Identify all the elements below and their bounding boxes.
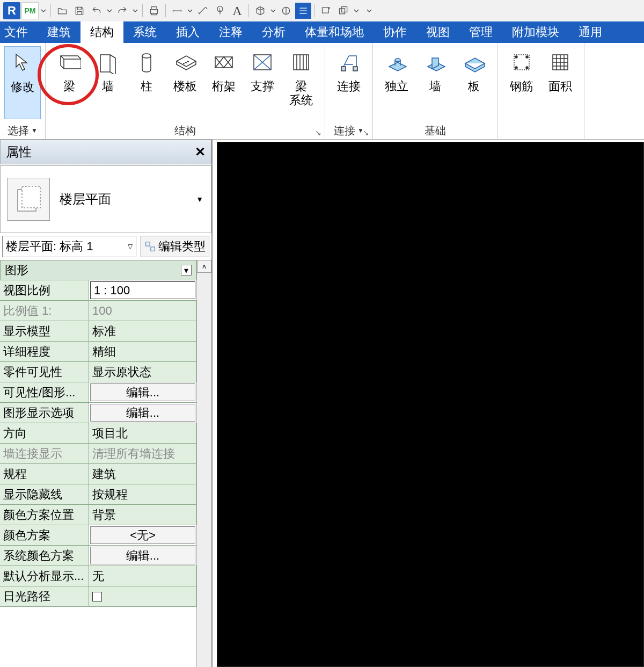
chevron-down-icon[interactable]: [269, 3, 277, 19]
chevron-down-icon[interactable]: [106, 3, 113, 19]
property-edit-button[interactable]: 编辑...: [90, 404, 195, 422]
dialog-launcher-icon[interactable]: ↘: [315, 128, 321, 137]
edit-type-button[interactable]: 编辑类型: [141, 236, 209, 257]
button-label: 墙: [102, 79, 114, 93]
tab-file[interactable]: 文件: [0, 21, 38, 43]
type-selector[interactable]: 楼层平面 ▼: [0, 165, 211, 233]
print-icon[interactable]: [146, 3, 162, 19]
tab-通用[interactable]: 通用: [569, 21, 612, 43]
tab-建筑[interactable]: 建筑: [38, 21, 80, 43]
svg-point-17: [526, 67, 528, 69]
chevron-down-icon[interactable]: [365, 3, 373, 19]
content-area: 属性 ✕ 楼层平面 ▼ 楼层平面: 标高 1 ▽ 编辑类型: [0, 140, 644, 667]
chevron-down-icon[interactable]: [186, 3, 194, 19]
ribbon-button-墙[interactable]: 墙: [416, 46, 455, 93]
tab-协作[interactable]: 协作: [374, 21, 416, 43]
button-label: 墙: [429, 79, 441, 93]
ribbon-button-墙[interactable]: 墙: [89, 46, 127, 93]
ribbon-button-板[interactable]: 板: [455, 46, 493, 93]
tab-结构[interactable]: 结构: [80, 21, 123, 43]
ribbon-button-梁[interactable]: 梁: [50, 46, 89, 93]
property-edit-button[interactable]: 编辑...: [90, 383, 195, 401]
ribbon-button-钢筋[interactable]: 钢筋: [502, 46, 541, 93]
dialog-launcher-icon[interactable]: ↘: [363, 128, 369, 137]
tab-系统[interactable]: 系统: [123, 21, 166, 43]
property-value[interactable]: [89, 586, 196, 606]
chevron-down-icon[interactable]: ▼: [31, 127, 38, 134]
tab-注释[interactable]: 注释: [209, 21, 252, 43]
ribbon-button-修改[interactable]: 修改: [4, 46, 41, 119]
text-icon[interactable]: A: [229, 3, 245, 19]
tab-管理[interactable]: 管理: [459, 21, 502, 43]
ribbon-button-面积[interactable]: 面积: [541, 46, 580, 93]
chevron-down-icon[interactable]: [353, 3, 360, 19]
instance-combo[interactable]: 楼层平面: 标高 1 ▽: [2, 236, 136, 257]
ribbon-button-独立[interactable]: 独立: [377, 46, 416, 93]
tab-附加模块[interactable]: 附加模块: [502, 21, 569, 43]
button-label: 钢筋: [510, 79, 533, 93]
tab-体量和场地[interactable]: 体量和场地: [295, 21, 374, 43]
property-value[interactable]: 精细: [89, 342, 196, 361]
instance-row: 楼层平面: 标高 1 ▽ 编辑类型: [0, 233, 211, 260]
property-value: 清理所有墙连接: [89, 444, 196, 463]
ribbon-button-楼板[interactable]: 楼板: [166, 46, 204, 93]
scroll-up-icon[interactable]: ʌ: [197, 260, 211, 273]
save-icon[interactable]: [71, 3, 87, 19]
app-logo: R: [3, 2, 20, 19]
property-value[interactable]: 背景: [89, 505, 196, 525]
vertical-scrollbar[interactable]: ʌ: [196, 260, 211, 667]
ribbon-button-梁系统[interactable]: 梁 系统: [282, 46, 320, 108]
collapse-icon[interactable]: ▾: [181, 265, 192, 276]
redo-icon[interactable]: [114, 3, 130, 19]
ribbon-button-桁架[interactable]: 桁架: [204, 46, 243, 93]
pm-badge[interactable]: PM: [21, 2, 39, 19]
ribbon-button-连接[interactable]: 连接: [330, 46, 368, 93]
ribbon-button-柱[interactable]: 柱: [127, 46, 166, 93]
checkbox-icon[interactable]: [92, 592, 102, 601]
measure-icon[interactable]: [169, 3, 185, 19]
tag-icon[interactable]: 1: [212, 3, 228, 19]
properties-header: 属性 ✕: [0, 140, 211, 164]
panel-title: 连接▼↘: [325, 122, 372, 139]
property-value[interactable]: 按规程: [89, 484, 196, 504]
section-icon[interactable]: [278, 3, 294, 19]
property-row: 规程建筑: [0, 464, 196, 484]
connect-icon: [336, 49, 362, 75]
svg-rect-5: [342, 7, 347, 12]
property-edit-button[interactable]: 编辑...: [90, 547, 195, 564]
switch-windows-icon[interactable]: [335, 3, 352, 19]
open-icon[interactable]: [54, 3, 70, 19]
dimension-icon[interactable]: [195, 3, 211, 19]
panel-title: [498, 122, 584, 139]
ribbon-tabs: 文件 建筑结构系统插入注释分析体量和场地协作视图管理附加模块通用: [0, 21, 644, 43]
property-value[interactable]: 显示原状态: [89, 362, 196, 382]
property-row: 比例值 1:100: [0, 301, 196, 321]
chevron-down-icon[interactable]: [40, 3, 47, 19]
svg-point-12: [395, 59, 400, 62]
button-label: 桁架: [212, 79, 236, 93]
ribbon-button-支撑[interactable]: 支撑: [243, 46, 282, 93]
tab-插入[interactable]: 插入: [166, 21, 209, 43]
button-label: 梁: [63, 79, 75, 93]
chevron-down-icon: ▼: [196, 195, 203, 204]
ribbon-panel: 独立墙板基础: [373, 43, 498, 139]
thin-lines-icon[interactable]: [295, 3, 311, 19]
undo-icon[interactable]: [89, 3, 105, 19]
property-value[interactable]: 1 : 100: [90, 281, 195, 299]
3d-view-icon[interactable]: [252, 3, 268, 19]
property-category[interactable]: 图形 ▾: [0, 260, 196, 280]
tab-视图[interactable]: 视图: [416, 21, 459, 43]
property-key: 显示模型: [0, 321, 89, 341]
property-edit-button[interactable]: <无>: [90, 526, 195, 544]
drawing-viewport[interactable]: [217, 142, 644, 667]
svg-point-6: [142, 54, 151, 58]
panel-title: 基础: [373, 122, 497, 139]
property-value[interactable]: 项目北: [89, 423, 196, 443]
chevron-down-icon[interactable]: [131, 3, 139, 19]
close-views-icon[interactable]: [318, 3, 334, 19]
property-value[interactable]: 建筑: [89, 464, 196, 484]
close-icon[interactable]: ✕: [195, 144, 206, 160]
property-value[interactable]: 标准: [89, 321, 196, 341]
property-value[interactable]: 无: [89, 566, 196, 586]
tab-分析[interactable]: 分析: [252, 21, 295, 43]
